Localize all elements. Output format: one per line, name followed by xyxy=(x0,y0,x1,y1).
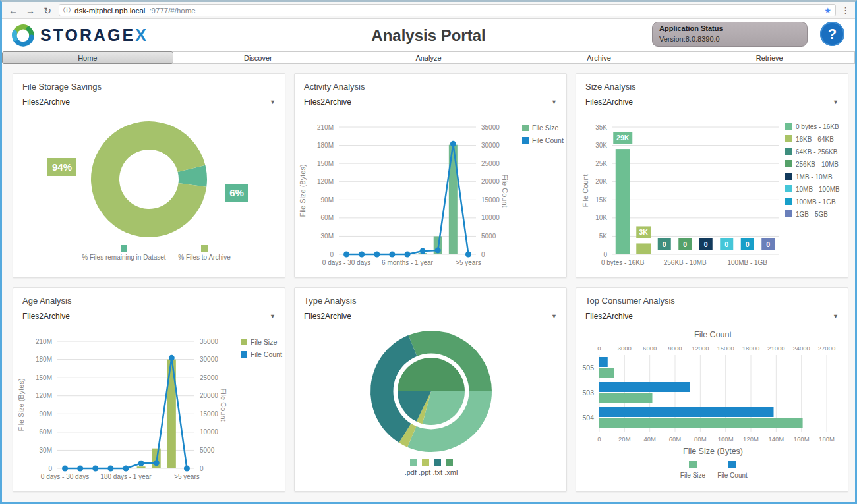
address-bar[interactable]: ⓘ dsk-mjtphcl.npb.local :9777/#/home ★ xyxy=(59,4,836,16)
svg-text:140M: 140M xyxy=(768,435,784,443)
svg-text:.pdf .ppt .txt .xml: .pdf .ppt .txt .xml xyxy=(405,468,458,476)
top-consumer-analysis-chart: File Count030006000900012000150001800021… xyxy=(576,325,848,487)
svg-text:0: 0 xyxy=(200,465,204,472)
svg-text:180M: 180M xyxy=(819,435,835,443)
svg-text:% Files remaining in Dataset: % Files remaining in Dataset xyxy=(82,254,165,261)
svg-text:File Size: File Size xyxy=(680,472,706,479)
svg-text:40M: 40M xyxy=(643,435,656,443)
svg-text:10K: 10K xyxy=(595,214,607,221)
svg-text:20000: 20000 xyxy=(481,178,500,185)
svg-text:0: 0 xyxy=(597,435,601,443)
svg-text:15000: 15000 xyxy=(481,196,500,204)
tab-home[interactable]: Home xyxy=(2,51,173,64)
logo-wordmark: STORAGEX xyxy=(40,26,148,45)
storagex-logo-icon xyxy=(10,22,36,49)
dataset-dropdown[interactable]: Files2Archive ▼ xyxy=(22,98,276,111)
forward-icon[interactable]: → xyxy=(24,6,36,15)
svg-text:35K: 35K xyxy=(595,124,607,131)
app-header: STORAGEX Analysis Portal Application Sta… xyxy=(2,19,855,51)
svg-text:1GB - 5GB: 1GB - 5GB xyxy=(796,211,828,218)
svg-text:3000: 3000 xyxy=(618,345,632,352)
svg-text:24000: 24000 xyxy=(792,345,810,352)
svg-text:File Count: File Count xyxy=(581,174,589,207)
svg-text:0: 0 xyxy=(330,251,334,258)
browser-toolbar: ← → ↻ ⓘ dsk-mjtphcl.npb.local :9777/#/ho… xyxy=(2,2,855,19)
tab-analyze[interactable]: Analyze xyxy=(343,51,514,64)
panel-title: Type Analysis xyxy=(295,288,566,306)
back-icon[interactable]: ← xyxy=(7,6,19,15)
dataset-dropdown[interactable]: Files2Archive ▼ xyxy=(22,312,276,325)
svg-text:60M: 60M xyxy=(321,214,334,221)
svg-text:60M: 60M xyxy=(40,428,52,435)
dataset-dropdown[interactable]: Files2Archive ▼ xyxy=(304,312,557,325)
panel-type-analysis: Type Analysis Files2Archive ▼ .pdf .ppt … xyxy=(294,287,567,492)
svg-text:0: 0 xyxy=(603,251,607,258)
svg-text:0 days - 30 days: 0 days - 30 days xyxy=(322,259,370,266)
svg-text:35000: 35000 xyxy=(200,338,218,345)
svg-text:1MB - 10MB: 1MB - 10MB xyxy=(796,173,833,181)
svg-text:30000: 30000 xyxy=(481,142,500,149)
main-nav-tabs: HomeDiscoverAnalyzeArchiveRetrieve xyxy=(2,51,855,64)
svg-text:File Count: File Count xyxy=(694,330,732,339)
svg-text:File Size: File Size xyxy=(532,124,558,132)
svg-text:30M: 30M xyxy=(40,447,52,454)
svg-text:100M: 100M xyxy=(718,435,734,443)
dataset-dropdown[interactable]: Files2Archive ▼ xyxy=(585,98,839,111)
svg-text:0: 0 xyxy=(48,465,52,472)
svg-text:6%: 6% xyxy=(229,187,244,198)
tab-discover[interactable]: Discover xyxy=(173,51,344,64)
svg-text:160M: 160M xyxy=(794,435,810,443)
tab-archive[interactable]: Archive xyxy=(514,51,685,64)
svg-text:20K: 20K xyxy=(595,178,607,185)
tab-retrieve[interactable]: Retrieve xyxy=(684,51,855,64)
svg-text:29K: 29K xyxy=(616,134,630,142)
svg-text:0: 0 xyxy=(746,240,750,248)
refresh-icon[interactable]: ↻ xyxy=(42,6,53,15)
svg-text:10000: 10000 xyxy=(481,214,500,221)
svg-text:% Files to Archive: % Files to Archive xyxy=(178,254,231,261)
svg-text:>5 years: >5 years xyxy=(174,473,200,480)
type-analysis-chart: .pdf .ppt .txt .xml xyxy=(295,325,566,487)
application-status-box: Application Status Version:8.0.8390.0 xyxy=(652,22,808,47)
svg-text:120M: 120M xyxy=(743,435,759,443)
panel-grid: File Storage Savings Files2Archive ▼ 94%… xyxy=(13,73,844,492)
svg-text:18000: 18000 xyxy=(742,345,759,352)
panel-title: Top Consumer Analysis xyxy=(576,288,848,306)
svg-text:256KB - 10MB: 256KB - 10MB xyxy=(796,161,839,168)
page-info-icon[interactable]: ⓘ xyxy=(63,5,71,15)
svg-text:35000: 35000 xyxy=(481,124,500,131)
svg-text:0 bytes - 16KB: 0 bytes - 16KB xyxy=(601,259,645,266)
panel-age-analysis: Age Analysis Files2Archive ▼ 0030M500060… xyxy=(13,287,285,492)
panel-top-consumer-analysis: Top Consumer Analysis Files2Archive ▼ Fi… xyxy=(576,287,848,492)
bookmark-star-icon[interactable]: ★ xyxy=(824,6,831,15)
svg-text:210M: 210M xyxy=(317,124,334,131)
svg-text:10000: 10000 xyxy=(200,428,218,435)
chevron-down-icon: ▼ xyxy=(270,313,276,320)
chevron-down-icon: ▼ xyxy=(833,313,839,320)
svg-text:File Count: File Count xyxy=(220,388,227,421)
dataset-dropdown[interactable]: Files2Archive ▼ xyxy=(304,98,557,111)
file-storage-savings-chart: 94%6%% Files remaining in Dataset% Files… xyxy=(13,111,285,273)
help-button[interactable]: ? xyxy=(820,22,844,46)
svg-text:120M: 120M xyxy=(36,392,52,399)
dataset-dropdown[interactable]: Files2Archive ▼ xyxy=(585,312,839,325)
panel-title: Age Analysis xyxy=(13,288,285,306)
age-analysis-chart: 0030M500060M1000090M15000120M20000150M25… xyxy=(13,325,285,487)
svg-text:30M: 30M xyxy=(321,233,334,240)
svg-text:12000: 12000 xyxy=(692,345,709,352)
svg-text:80M: 80M xyxy=(694,435,707,443)
svg-text:16KB - 64KB: 16KB - 64KB xyxy=(796,136,834,143)
browser-menu-icon[interactable]: ⋮ xyxy=(841,5,850,15)
activity-analysis-chart: 0030M500060M1000090M15000120M20000150M25… xyxy=(295,111,566,273)
svg-text:25K: 25K xyxy=(595,160,607,167)
svg-text:20M: 20M xyxy=(618,435,631,443)
panel-activity-analysis: Activity Analysis Files2Archive ▼ 0030M5… xyxy=(294,73,567,278)
svg-text:180M: 180M xyxy=(36,356,52,363)
svg-text:60M: 60M xyxy=(669,435,682,443)
svg-text:120M: 120M xyxy=(317,178,334,185)
application-version: Version:8.0.8390.0 xyxy=(659,35,800,43)
svg-text:504: 504 xyxy=(582,414,594,422)
svg-text:505: 505 xyxy=(582,364,594,372)
svg-text:90M: 90M xyxy=(321,196,334,204)
svg-text:15000: 15000 xyxy=(200,410,218,418)
